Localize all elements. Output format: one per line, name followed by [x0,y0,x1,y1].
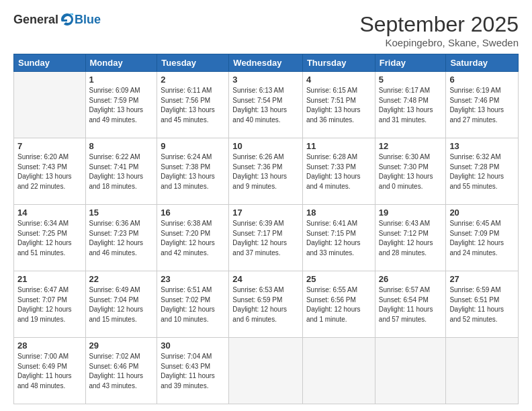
calendar-cell: 24Sunrise: 6:53 AMSunset: 6:59 PMDayligh… [229,271,303,338]
calendar-cell: 8Sunrise: 6:22 AMSunset: 7:41 PMDaylight… [85,138,157,205]
calendar-cell: 22Sunrise: 6:49 AMSunset: 7:04 PMDayligh… [85,271,157,338]
day-info: Sunrise: 6:13 AMSunset: 7:54 PMDaylight:… [232,86,299,125]
days-header-row: Sunday Monday Tuesday Wednesday Thursday… [14,54,519,72]
header-saturday: Saturday [446,54,519,72]
week-row-0: 1Sunrise: 6:09 AMSunset: 7:59 PMDaylight… [14,72,519,138]
week-row-1: 7Sunrise: 6:20 AMSunset: 7:43 PMDaylight… [14,138,519,205]
day-info: Sunrise: 6:24 AMSunset: 7:38 PMDaylight:… [161,152,225,191]
day-number: 4 [306,75,371,85]
header-wednesday: Wednesday [229,54,303,72]
day-number: 21 [17,274,82,284]
calendar-cell: 9Sunrise: 6:24 AMSunset: 7:38 PMDaylight… [157,138,229,205]
day-number: 9 [161,141,225,151]
calendar-cell: 26Sunrise: 6:57 AMSunset: 6:54 PMDayligh… [375,271,446,338]
week-row-3: 21Sunrise: 6:47 AMSunset: 7:07 PMDayligh… [14,271,519,338]
day-number: 18 [306,208,371,218]
day-number: 3 [232,75,299,85]
logo: General Blue [13,12,101,27]
day-number: 26 [379,274,443,284]
calendar-cell: 15Sunrise: 6:36 AMSunset: 7:23 PMDayligh… [85,205,157,271]
day-number: 24 [232,274,299,284]
header-monday: Monday [85,54,157,72]
day-info: Sunrise: 6:26 AMSunset: 7:36 PMDaylight:… [232,152,299,191]
header-thursday: Thursday [302,54,375,72]
day-number: 14 [17,208,82,218]
calendar-cell: 2Sunrise: 6:11 AMSunset: 7:56 PMDaylight… [157,72,229,138]
day-number: 8 [89,141,154,151]
calendar-cell: 29Sunrise: 7:02 AMSunset: 6:46 PMDayligh… [85,338,157,404]
calendar-cell: 17Sunrise: 6:39 AMSunset: 7:17 PMDayligh… [229,205,303,271]
title-block: September 2025 Koepingebro, Skane, Swede… [359,12,519,48]
day-info: Sunrise: 6:39 AMSunset: 7:17 PMDaylight:… [232,219,299,258]
day-info: Sunrise: 6:34 AMSunset: 7:25 PMDaylight:… [17,219,82,258]
calendar-cell: 10Sunrise: 6:26 AMSunset: 7:36 PMDayligh… [229,138,303,205]
logo-general: General [13,13,58,27]
day-info: Sunrise: 7:02 AMSunset: 6:46 PMDaylight:… [89,352,154,391]
calendar-cell: 16Sunrise: 6:38 AMSunset: 7:20 PMDayligh… [157,205,229,271]
day-number: 12 [379,141,443,151]
week-row-2: 14Sunrise: 6:34 AMSunset: 7:25 PMDayligh… [14,205,519,271]
calendar-table: Sunday Monday Tuesday Wednesday Thursday… [13,54,519,404]
subtitle: Koepingebro, Skane, Sweden [359,37,519,48]
day-info: Sunrise: 6:38 AMSunset: 7:20 PMDaylight:… [161,219,225,258]
main-title: September 2025 [359,12,519,37]
day-number: 10 [232,141,299,151]
day-info: Sunrise: 6:32 AMSunset: 7:28 PMDaylight:… [449,152,515,191]
calendar-cell [302,338,375,404]
day-info: Sunrise: 7:00 AMSunset: 6:49 PMDaylight:… [17,352,82,391]
calendar-cell: 7Sunrise: 6:20 AMSunset: 7:43 PMDaylight… [14,138,86,205]
day-info: Sunrise: 6:55 AMSunset: 6:56 PMDaylight:… [306,285,371,324]
calendar-cell [446,338,519,404]
calendar-cell: 20Sunrise: 6:45 AMSunset: 7:09 PMDayligh… [446,205,519,271]
calendar-cell [14,72,86,138]
calendar-cell: 3Sunrise: 6:13 AMSunset: 7:54 PMDaylight… [229,72,303,138]
calendar-cell: 19Sunrise: 6:43 AMSunset: 7:12 PMDayligh… [375,205,446,271]
calendar-cell: 28Sunrise: 7:00 AMSunset: 6:49 PMDayligh… [14,338,86,404]
calendar-cell: 6Sunrise: 6:19 AMSunset: 7:46 PMDaylight… [446,72,519,138]
day-number: 15 [89,208,154,218]
day-info: Sunrise: 6:41 AMSunset: 7:15 PMDaylight:… [306,219,371,258]
calendar-cell: 14Sunrise: 6:34 AMSunset: 7:25 PMDayligh… [14,205,86,271]
day-info: Sunrise: 6:36 AMSunset: 7:23 PMDaylight:… [89,219,154,258]
day-number: 29 [89,340,154,351]
day-number: 28 [17,340,82,351]
day-number: 6 [449,75,515,85]
calendar-cell: 27Sunrise: 6:59 AMSunset: 6:51 PMDayligh… [446,271,519,338]
day-number: 11 [306,141,371,151]
day-info: Sunrise: 6:59 AMSunset: 6:51 PMDaylight:… [449,285,515,324]
day-info: Sunrise: 6:53 AMSunset: 6:59 PMDaylight:… [232,285,299,324]
day-info: Sunrise: 6:09 AMSunset: 7:59 PMDaylight:… [89,86,154,125]
day-number: 22 [89,274,154,284]
calendar-cell: 21Sunrise: 6:47 AMSunset: 7:07 PMDayligh… [14,271,86,338]
day-info: Sunrise: 6:47 AMSunset: 7:07 PMDaylight:… [17,285,82,324]
header-friday: Friday [375,54,446,72]
header-sunday: Sunday [14,54,86,72]
day-info: Sunrise: 6:20 AMSunset: 7:43 PMDaylight:… [17,152,82,191]
day-info: Sunrise: 6:11 AMSunset: 7:56 PMDaylight:… [161,86,225,125]
calendar-cell: 12Sunrise: 6:30 AMSunset: 7:30 PMDayligh… [375,138,446,205]
day-number: 7 [17,141,82,151]
day-info: Sunrise: 6:19 AMSunset: 7:46 PMDaylight:… [449,86,515,125]
calendar-cell: 23Sunrise: 6:51 AMSunset: 7:02 PMDayligh… [157,271,229,338]
day-number: 20 [449,208,515,218]
calendar-cell: 5Sunrise: 6:17 AMSunset: 7:48 PMDaylight… [375,72,446,138]
calendar-cell: 13Sunrise: 6:32 AMSunset: 7:28 PMDayligh… [446,138,519,205]
day-info: Sunrise: 6:30 AMSunset: 7:30 PMDaylight:… [379,152,443,191]
day-number: 5 [379,75,443,85]
calendar-cell: 25Sunrise: 6:55 AMSunset: 6:56 PMDayligh… [302,271,375,338]
day-number: 27 [449,274,515,284]
day-number: 23 [161,274,225,284]
logo-icon [60,12,75,27]
day-info: Sunrise: 6:43 AMSunset: 7:12 PMDaylight:… [379,219,443,258]
calendar-cell: 4Sunrise: 6:15 AMSunset: 7:51 PMDaylight… [302,72,375,138]
day-number: 19 [379,208,443,218]
header: General Blue September 2025 Koepingebro,… [13,12,519,48]
day-number: 1 [89,75,154,85]
page: General Blue September 2025 Koepingebro,… [0,0,532,411]
day-number: 25 [306,274,371,284]
day-info: Sunrise: 6:45 AMSunset: 7:09 PMDaylight:… [449,219,515,258]
calendar-cell [375,338,446,404]
day-number: 2 [161,75,225,85]
day-number: 16 [161,208,225,218]
day-info: Sunrise: 6:15 AMSunset: 7:51 PMDaylight:… [306,86,371,125]
